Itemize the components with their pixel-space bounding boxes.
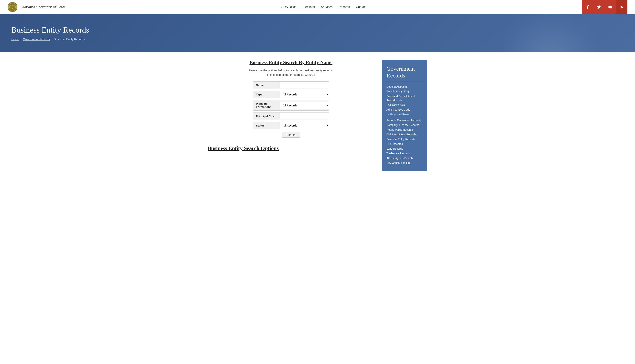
sidebar-item-trademark-records: Trademark Records bbox=[386, 152, 423, 156]
twitter-button[interactable] bbox=[593, 0, 605, 14]
sidebar-link-ucc-records[interactable]: UCC Records bbox=[386, 142, 403, 146]
sidebar-item-proposed-amendments: Proposed Constitutional Amendments bbox=[386, 94, 423, 102]
breadcrumb-separator-2: › bbox=[52, 38, 52, 41]
sidebar-links-list: Code of Alabama Constitution (1901) Prop… bbox=[386, 85, 423, 165]
nav-records[interactable]: Records bbox=[338, 5, 350, 9]
rss-icon bbox=[620, 5, 624, 9]
type-select[interactable]: All Records Corporation LLC Partnership … bbox=[280, 91, 329, 98]
sidebar-link-records-disposition[interactable]: Records Disposition Authority bbox=[386, 119, 421, 122]
city-row: Principal City: bbox=[253, 112, 329, 120]
name-label: Name: bbox=[253, 82, 280, 89]
status-select[interactable]: All Records Active Inactive Dissolved bbox=[280, 122, 329, 129]
sidebar-box: Government Records Code of Alabama Const… bbox=[382, 60, 427, 172]
search-button-row: Search bbox=[253, 132, 329, 138]
svg-text:GREAT SEAL: GREAT SEAL bbox=[10, 5, 15, 6]
breadcrumb: Home › Government Records › Business Ent… bbox=[11, 38, 624, 41]
social-links bbox=[582, 0, 628, 14]
status-label: Status: bbox=[253, 122, 280, 129]
site-title: Alabama Secretary of State bbox=[20, 4, 66, 10]
city-input[interactable] bbox=[280, 113, 329, 119]
search-form: Name: Type: All Records Corporation LLC … bbox=[253, 82, 329, 138]
nav-sos-office[interactable]: SOS Office bbox=[281, 5, 296, 9]
nav-services[interactable]: Services bbox=[321, 5, 332, 9]
sidebar-item-legislative-acts: Legislative Acts bbox=[386, 103, 423, 107]
subtitle-line1: Please use the options below to search o… bbox=[208, 68, 374, 73]
status-row: Status: All Records Active Inactive Diss… bbox=[253, 122, 329, 129]
type-row: Type: All Records Corporation LLC Partne… bbox=[253, 91, 329, 98]
nav-contact[interactable]: Contact bbox=[356, 5, 366, 9]
place-label: Place of Formation: bbox=[253, 100, 280, 110]
search-subtitle: Please use the options below to search o… bbox=[208, 68, 374, 77]
twitter-icon bbox=[597, 5, 601, 9]
sidebar-item-campaign-finance: Campaign Finance Records bbox=[386, 123, 423, 127]
sidebar-link-city-county[interactable]: City-County Lookup bbox=[386, 161, 410, 164]
hero-banner: Business Entity Records Home › Governmen… bbox=[0, 14, 635, 52]
sidebar-item-records-disposition: Records Disposition Authority bbox=[386, 118, 423, 122]
breadcrumb-separator-1: › bbox=[20, 38, 22, 41]
header-brand: GREAT SEAL ALABAMA Alabama Secretary of … bbox=[8, 2, 66, 12]
sidebar-item-land-records: Land Records bbox=[386, 147, 423, 151]
subtitle-line2: Filings completed through 11/03/2024 bbox=[208, 73, 374, 77]
site-header: GREAT SEAL ALABAMA Alabama Secretary of … bbox=[0, 0, 635, 14]
page-title: Business Entity Records bbox=[11, 26, 624, 34]
place-row: Place of Formation: All Records Alabama … bbox=[253, 100, 329, 110]
search-title: Business Entity Search By Entity Name bbox=[208, 60, 374, 65]
sidebar-link-campaign-finance[interactable]: Campaign Finance Records bbox=[386, 124, 420, 126]
nav-elections[interactable]: Elections bbox=[302, 5, 315, 9]
sidebar-link-code-of-alabama[interactable]: Code of Alabama bbox=[386, 85, 407, 88]
sidebar-link-trademark-records[interactable]: Trademark Records bbox=[386, 152, 410, 155]
sidebar-link-civil-law-notary[interactable]: Civil Law Notary Records bbox=[386, 133, 416, 136]
main-nav: SOS Office Elections Services Records Co… bbox=[281, 5, 366, 9]
options-title: Business Entity Search Options bbox=[208, 145, 374, 151]
city-label: Principal City: bbox=[253, 113, 280, 120]
sidebar-link-constitution[interactable]: Constitution (1901) bbox=[386, 90, 409, 93]
main-container: Business Entity Search By Entity Name Pl… bbox=[204, 52, 431, 179]
sidebar-link-proposed-rules[interactable]: Proposed Rules bbox=[390, 112, 409, 116]
sidebar-heading: Government Records bbox=[386, 65, 423, 79]
sidebar-item-city-county: City-County Lookup bbox=[386, 161, 423, 165]
sidebar: Government Records Code of Alabama Const… bbox=[382, 60, 427, 172]
name-row: Name: bbox=[253, 82, 329, 89]
content-area: Business Entity Search By Entity Name Pl… bbox=[208, 60, 374, 172]
rss-button[interactable] bbox=[616, 0, 628, 14]
name-input[interactable] bbox=[280, 82, 329, 88]
facebook-icon bbox=[586, 5, 590, 9]
sidebar-item-code-of-alabama: Code of Alabama bbox=[386, 85, 423, 89]
youtube-icon bbox=[608, 5, 612, 9]
sidebar-item-ucc-records: UCC Records bbox=[386, 142, 423, 146]
sidebar-link-proposed-amendments[interactable]: Proposed Constitutional Amendments bbox=[386, 95, 415, 102]
sidebar-link-athlete-agents[interactable]: Athlete Agents Search bbox=[386, 156, 413, 160]
type-label: Type: bbox=[253, 91, 280, 98]
sidebar-item-notary-public: Notary Public Records bbox=[386, 128, 423, 132]
youtube-button[interactable] bbox=[605, 0, 616, 14]
hero-content: Business Entity Records Home › Governmen… bbox=[11, 26, 624, 41]
sidebar-item-proposed-rules: Proposed Rules bbox=[386, 112, 423, 116]
place-select[interactable]: All Records Alabama Foreign bbox=[280, 102, 329, 109]
sidebar-item-business-entity: Business Entity Records bbox=[386, 137, 423, 141]
breadcrumb-gov-records[interactable]: Government Records bbox=[23, 38, 50, 41]
svg-point-5 bbox=[12, 8, 13, 9]
sidebar-item-civil-law-notary: Civil Law Notary Records bbox=[386, 132, 423, 136]
sidebar-link-notary-public[interactable]: Notary Public Records bbox=[386, 128, 413, 131]
breadcrumb-home[interactable]: Home bbox=[11, 38, 19, 41]
svg-point-7 bbox=[620, 8, 621, 8]
sidebar-link-business-entity[interactable]: Business Entity Records bbox=[386, 138, 415, 141]
svg-text:ALABAMA: ALABAMA bbox=[10, 7, 14, 8]
search-button[interactable]: Search bbox=[282, 132, 300, 138]
facebook-button[interactable] bbox=[582, 0, 593, 14]
site-logo: GREAT SEAL ALABAMA bbox=[8, 2, 18, 12]
sidebar-link-legislative-acts[interactable]: Legislative Acts bbox=[386, 104, 405, 106]
sidebar-item-admin-code: Administrative Code bbox=[386, 108, 423, 112]
sidebar-link-admin-code[interactable]: Administrative Code bbox=[386, 108, 410, 111]
breadcrumb-current: Business Entity Records bbox=[54, 38, 85, 41]
sidebar-link-land-records[interactable]: Land Records bbox=[386, 147, 403, 150]
sidebar-item-constitution: Constitution (1901) bbox=[386, 90, 423, 94]
sidebar-item-athlete-agents: Athlete Agents Search bbox=[386, 156, 423, 160]
